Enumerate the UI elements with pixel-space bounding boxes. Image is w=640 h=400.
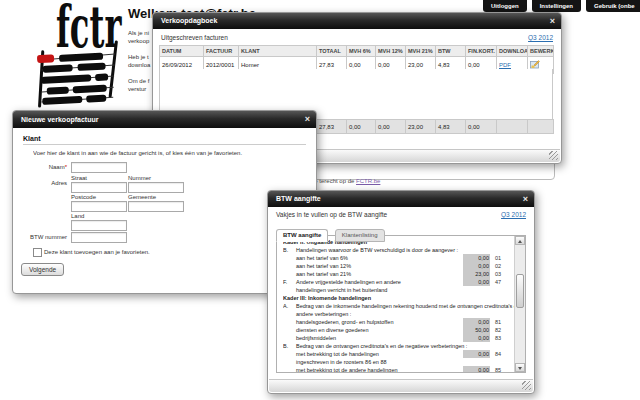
resize-grip-icon[interactable] (522, 381, 531, 390)
dialog-title: BTW aangifte (276, 195, 321, 202)
btw-row: aan het tarief van 6% 0,00 01 (283, 254, 514, 262)
btw-row-letter: F. (283, 278, 295, 286)
total-empty (528, 120, 554, 134)
btw-row: Kader III: Inkomende handelingen (283, 294, 514, 302)
btw-row: met betrekking tot de handelingen 0,00 8… (283, 350, 514, 358)
btw-row-text: handelsgoederen, grond- en hulpstoffen (296, 318, 393, 326)
tab[interactable]: BTW aangifte (276, 229, 328, 242)
volgende-button[interactable]: Volgende (21, 263, 64, 276)
btw-form-box: Kader II: Uitgaande handelingen B. Hande… (276, 235, 526, 373)
edit-invoice-icon[interactable] (530, 60, 540, 69)
favorieten-checkbox[interactable] (33, 248, 42, 257)
btw-row: met betrekking tot de andere handelingen… (283, 366, 514, 372)
close-icon[interactable]: × (305, 111, 310, 128)
naam-input[interactable] (71, 162, 127, 173)
btw-rows: Kader II: Uitgaande handelingen B. Hande… (283, 238, 514, 372)
total-btw: 4,83 (436, 120, 466, 134)
col-btw: BTW (436, 46, 466, 57)
straat-input[interactable] (71, 182, 127, 193)
scroll-up-icon[interactable] (515, 236, 525, 245)
btw-row-text: Kader III: Inkomende handelingen (283, 294, 371, 302)
postcode-input[interactable] (71, 201, 127, 212)
background-footer-line: je terecht op de FCTR.be (313, 178, 380, 184)
btw-row-letter: B. (283, 246, 295, 254)
btw-code: 01 (495, 254, 501, 262)
scrollbar[interactable] (514, 236, 525, 372)
period-link[interactable]: Q3 2012 (528, 34, 553, 41)
total-mvh6: 0,00 (347, 120, 376, 134)
btw-code: 82 (495, 326, 501, 334)
col-datum: DATUM (160, 46, 204, 57)
btw-code: 83 (495, 334, 501, 342)
col-klant: KLANT (239, 46, 317, 57)
verkoopdagboek-titlebar[interactable]: Verkoopdagboek × (153, 13, 561, 29)
btw-row: aan het tarief van 12% 0,00 02 (283, 262, 514, 270)
fctr-be-link[interactable]: FCTR.be (356, 178, 380, 184)
dialog-footer (269, 379, 533, 392)
btw-row-text: Bedrag van de ontvangen creditnota's en … (296, 342, 467, 350)
nummer-label: Nummer (128, 175, 151, 181)
btw-row: bedrijfsmiddelen 0,00 83 (283, 334, 514, 342)
nieuwe-factuur-titlebar[interactable]: Nieuwe verkoopfactuur × (13, 111, 316, 128)
col-download: DOWNLOAD (497, 46, 528, 57)
btw-row-letter: B. (283, 342, 295, 350)
btw-value-box: 0,00 (463, 350, 490, 358)
btw-row-letter: A. (283, 302, 295, 310)
footer-line-text: je terecht op de (313, 178, 354, 184)
btw-row: F. Andere vrijgestelde handelingen en an… (283, 278, 514, 286)
btw-row: diensten en diverse goederen 50,00 82 (283, 326, 514, 334)
gemeente-input[interactable] (128, 201, 184, 212)
btw-row: aan het tarief van 21% 23,00 03 (283, 270, 514, 278)
klant-intro-text: Voer hier de klant in aan wie de factuur… (33, 150, 308, 156)
adres-label: Adres (29, 180, 67, 186)
btw-code: 47 (495, 278, 501, 286)
logo-red-bead (37, 54, 54, 63)
total-totaal: 27,83 (317, 120, 347, 134)
favorieten-checkbox-label: Deze klant toevoegen aan je favorieten. (44, 249, 150, 255)
btw-code: 02 (495, 262, 501, 270)
tab[interactable]: Klantenlisting (335, 229, 385, 242)
required-asterisk: * (65, 164, 67, 170)
gemeente-label: Gemeente (128, 194, 156, 200)
col-factuur: FACTUUR (204, 46, 239, 57)
btw-subtitle: Vakjes in te vullen op de BTW aangifte (276, 211, 387, 218)
postcode-label: Postcode (71, 194, 96, 200)
svg-text:fctr: fctr (56, 0, 122, 61)
topbar: Uitloggen Instellingen Gebruik (onbe (483, 0, 640, 12)
dialog-title: Nieuwe verkoopfactuur (21, 116, 98, 123)
topbar-button[interactable]: Instellingen (532, 0, 581, 12)
btw-aangifte-titlebar[interactable]: BTW aangifte × (268, 191, 534, 207)
klant-section-title: Klant (23, 135, 306, 145)
btw-value-box: 0,00 (463, 254, 490, 262)
land-input[interactable] (71, 220, 127, 231)
close-icon[interactable]: × (523, 191, 528, 207)
btw-row: handelingen verricht in het buitenland (283, 286, 514, 294)
topbar-button[interactable]: Gebruik (onbe (586, 0, 640, 12)
pdf-download-link[interactable]: PDF (499, 62, 511, 68)
topbar-button[interactable]: Uitloggen (483, 0, 527, 12)
scroll-down-icon[interactable] (515, 363, 525, 372)
btw-value-box: 23,00 (463, 270, 490, 278)
close-icon[interactable]: × (550, 13, 555, 29)
col-finkort: FIN.KORT. (466, 46, 497, 57)
col-mvh6: MVH 6% (347, 46, 376, 57)
btw-row-text: diensten en diverse goederen (296, 326, 368, 334)
btw-tabs: BTW aangifte Klantenlisting (276, 222, 387, 235)
btw-aangifte-dialog: BTW aangifte × Vakjes in te vullen op de… (267, 190, 535, 394)
btw-nummer-label: BTW nummer (21, 234, 67, 240)
fctr-logo: fctr (30, 0, 125, 110)
btw-row: B. Bedrag van de ontvangen creditnota's … (283, 342, 514, 350)
btw-code: 85 (495, 366, 501, 372)
naam-label: Naam* (29, 164, 67, 170)
nummer-input[interactable] (128, 182, 184, 193)
period-link[interactable]: Q3 2012 (501, 211, 526, 218)
total-mvh12: 0,00 (376, 120, 406, 134)
straat-label: Straat (71, 175, 87, 181)
scrollbar-thumb[interactable] (516, 274, 524, 308)
resize-grip-icon[interactable] (549, 151, 558, 160)
btw-value-box: 50,00 (463, 326, 490, 334)
btw-value-box: 0,00 (463, 318, 490, 326)
btw-code: 81 (495, 318, 501, 326)
col-mvh12: MVH 12% (376, 46, 406, 57)
btw-nummer-input[interactable] (71, 232, 127, 243)
